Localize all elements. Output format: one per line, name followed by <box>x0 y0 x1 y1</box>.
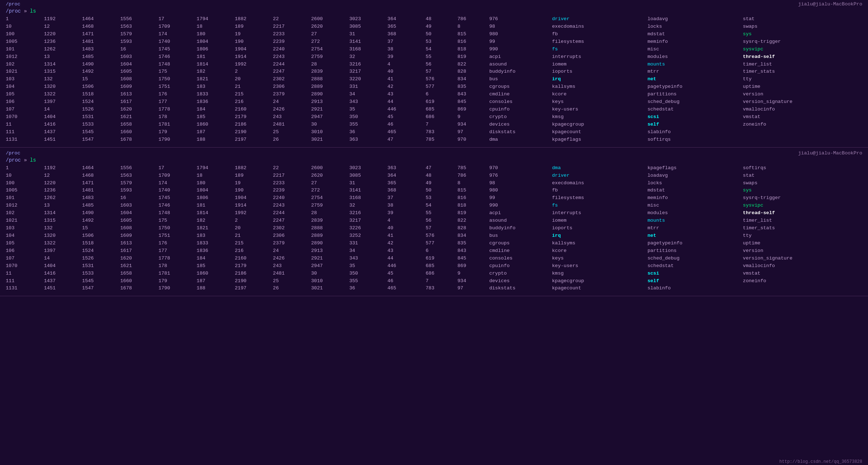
table-cell: 685 <box>426 106 457 113</box>
table-cell: 2217 <box>273 23 311 31</box>
table-cell: 102 <box>6 209 44 217</box>
table-cell: 1012 <box>6 202 44 209</box>
prompt-line-1: /proc » ls <box>0 8 868 15</box>
table-cell: cgroups <box>489 83 552 91</box>
table-cell: devices <box>489 277 552 285</box>
table-cell: 1070 <box>6 262 44 270</box>
table-cell: 3216 <box>349 61 387 68</box>
table-cell: 2890 <box>311 91 349 98</box>
table-cell: 350 <box>349 113 387 121</box>
table-cell: vmstat <box>743 270 862 277</box>
table-cell: 32 <box>349 53 387 61</box>
table-cell: 990 <box>489 46 552 53</box>
table-cell: 26 <box>273 136 311 144</box>
table-cell: 15 <box>82 76 120 83</box>
table-cell: 331 <box>349 240 387 247</box>
table-cell: kpageflags <box>648 164 743 172</box>
table-row: 1131145115471678179018821972630213646578… <box>6 285 862 292</box>
prompt-arrow-2: » <box>24 157 30 163</box>
table-cell: fb <box>552 31 647 38</box>
table-cell: 13 <box>44 53 82 61</box>
table-cell: 990 <box>489 202 552 209</box>
table-cell: 26 <box>273 285 311 292</box>
table-cell: 686 <box>426 270 457 277</box>
table-cell: 178 <box>159 262 197 270</box>
table-cell: 106 <box>6 247 44 255</box>
table-cell: 4 <box>388 61 426 68</box>
table-cell: 2620 <box>311 172 349 180</box>
table-cell: self <box>648 121 743 128</box>
table-cell: swaps <box>743 23 862 31</box>
table-cell: 46 <box>388 121 426 128</box>
table-cell: 1609 <box>120 83 158 91</box>
table-cell: 8 <box>457 180 489 187</box>
table-cell: 980 <box>489 187 552 194</box>
table-cell: 182 <box>197 217 235 225</box>
table-cell: 2889 <box>311 232 349 240</box>
table-cell: ioports <box>552 68 647 76</box>
table-cell: 1192 <box>44 15 82 23</box>
table-cell: 2179 <box>235 262 273 270</box>
table-cell: kpagecount <box>552 128 647 136</box>
table-cell: kpagecgroup <box>552 121 647 128</box>
table-cell: 22 <box>273 15 311 23</box>
table-cell: 2426 <box>273 106 311 113</box>
table-cell: 619 <box>426 98 457 106</box>
table-cell: 2754 <box>311 194 349 202</box>
table-cell: 1781 <box>159 270 197 277</box>
table-cell: 2302 <box>273 76 311 83</box>
table-cell: 3216 <box>349 209 387 217</box>
table-cell: 815 <box>457 187 489 194</box>
table-cell: 1746 <box>159 53 197 61</box>
table-cell: 189 <box>235 172 273 180</box>
table-cell: stat <box>743 15 862 23</box>
table-cell: crypto <box>489 113 552 121</box>
table-cell: kallsyms <box>552 83 647 91</box>
table-cell: interrupts <box>552 209 647 217</box>
table-cell: 1882 <box>235 164 273 172</box>
table-cell: 3168 <box>349 46 387 53</box>
table-cell: 3168 <box>349 194 387 202</box>
table-cell: 1464 <box>82 15 120 23</box>
table-cell: 1397 <box>44 247 82 255</box>
table-cell: 104 <box>6 232 44 240</box>
table-cell: 2839 <box>311 217 349 225</box>
table-cell: 1745 <box>159 194 197 202</box>
table-cell: kcore <box>552 247 647 255</box>
table-cell: 31 <box>349 180 387 187</box>
table-cell: 685 <box>426 262 457 270</box>
table-cell: 12 <box>44 23 82 31</box>
table-cell: 43 <box>388 91 426 98</box>
table-cell: 834 <box>457 232 489 240</box>
table-cell: 3021 <box>311 136 349 144</box>
table-cell: 1481 <box>82 38 120 46</box>
table-cell: 40 <box>388 68 426 76</box>
table-row: 1041320150616091751183212306288933142577… <box>6 83 862 91</box>
ls-output-1: 1119214641556171794188222260030233644878… <box>0 15 868 146</box>
table-cell: 2186 <box>235 121 273 128</box>
table-cell: 2197 <box>235 136 273 144</box>
table-cell: diskstats <box>489 128 552 136</box>
table-cell: 1658 <box>120 270 158 277</box>
table-cell: 1746 <box>159 202 197 209</box>
table-cell: crypto <box>489 270 552 277</box>
table-cell: 1314 <box>44 61 82 68</box>
table-cell: 785 <box>457 164 489 172</box>
table-cell: 364 <box>388 15 426 23</box>
table-cell: 1658 <box>120 121 158 128</box>
table-row: 1111437154516601791872190253010355467934… <box>6 277 862 285</box>
table-cell: 47 <box>426 164 457 172</box>
table-cell: 835 <box>457 83 489 91</box>
table-cell: asound <box>489 61 552 68</box>
table-cell: 2754 <box>311 46 349 53</box>
table-cell: 828 <box>457 68 489 76</box>
table-cell: 48 <box>426 15 457 23</box>
table-cell: fs <box>552 202 647 209</box>
table-cell: 1609 <box>120 232 158 240</box>
table-cell: thread-self <box>743 53 862 61</box>
table-cell: 177 <box>159 247 197 255</box>
table-cell: 28 <box>311 209 349 217</box>
table-cell: pagetypeinfo <box>648 83 743 91</box>
table-cell: 1506 <box>82 232 120 240</box>
table-cell: 3010 <box>311 277 349 285</box>
